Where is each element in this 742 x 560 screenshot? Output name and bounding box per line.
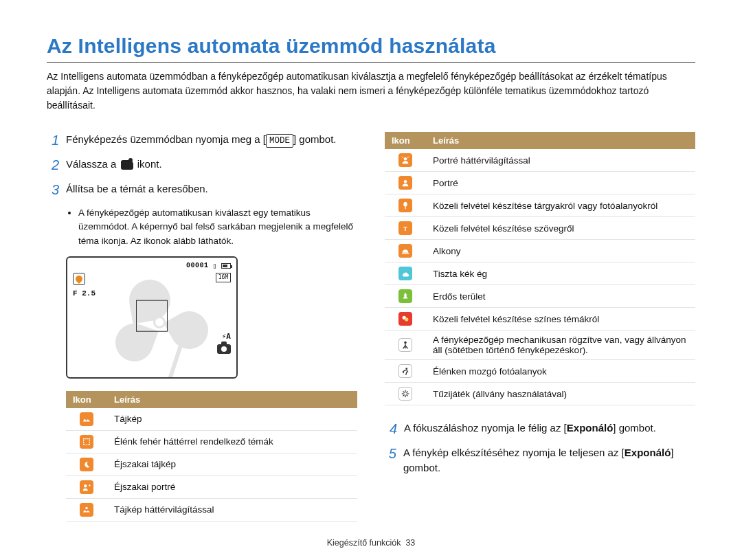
viewfinder-preview: 00001 ▯ F 2.5 16M ⚡A xyxy=(66,256,238,379)
image-size: 16M xyxy=(216,273,231,282)
th-leiras: Leírás xyxy=(426,132,695,149)
table-row: Alkony xyxy=(385,240,695,262)
step-3-text: Állítsa be a témát a keresőben. xyxy=(66,181,208,198)
preview-scene-icon xyxy=(73,273,85,285)
scene-icon-sunset xyxy=(385,240,426,262)
table-row: Erdős terület xyxy=(385,285,695,308)
scene-icon-firework xyxy=(385,383,426,405)
svg-point-2 xyxy=(85,506,88,509)
flash-auto-label: ⚡A xyxy=(222,332,231,341)
scene-icon-land-back xyxy=(66,498,107,521)
step-5-text: A fénykép elkészítéséhez nyomja le telje… xyxy=(403,445,695,475)
step-number-2: 2 xyxy=(47,157,59,173)
table-row: Tiszta kék ég xyxy=(385,262,695,285)
scene-desc: Élénk fehér háttérrel rendelkező témák xyxy=(107,430,357,453)
scene-icon-port-back xyxy=(385,149,426,172)
svg-point-7 xyxy=(403,202,407,207)
icon-table-left: Ikon Leírás TájképÉlénk fehér háttérrel … xyxy=(66,391,357,522)
camera-icon xyxy=(217,344,231,354)
scene-icon-color-macro xyxy=(385,308,426,331)
step-4-text: A fókuszáláshoz nyomja le félig az [Expo… xyxy=(404,421,656,437)
table-row: Portré xyxy=(385,172,695,194)
scene-desc: Élénken mozgó fotóalanyok xyxy=(426,360,695,383)
scene-desc: Tiszta kék ég xyxy=(426,262,695,285)
table-row: Éjszakai portré xyxy=(66,475,357,498)
table-row: Portré háttérvilágítással xyxy=(385,149,695,172)
svg-point-3 xyxy=(404,157,407,160)
step-number-4: 4 xyxy=(385,421,397,437)
scene-desc: Közeli felvétel készítése tárgyakról vag… xyxy=(426,194,695,217)
icon-table-right: Ikon Leírás Portré háttérvilágítássalPor… xyxy=(385,132,695,405)
scene-icon-white-bg xyxy=(66,430,107,453)
scene-desc: Éjszakai tájkép xyxy=(107,453,357,475)
table-row: Tájkép xyxy=(66,408,357,431)
scene-icon-action xyxy=(385,360,426,383)
scene-icon-portrait xyxy=(385,172,426,194)
svg-point-6 xyxy=(404,180,407,183)
svg-line-5 xyxy=(407,157,409,159)
scene-desc: Tájkép xyxy=(107,408,357,431)
step-number-5: 5 xyxy=(385,445,396,475)
table-row: Közeli felvétel készítése tárgyakról vag… xyxy=(385,194,695,217)
page-footer: Kiegészítő funkciók 33 xyxy=(47,538,695,548)
scene-desc: A fényképezőgép mechanikusan rögzítve va… xyxy=(426,331,695,360)
svg-point-12 xyxy=(405,317,408,321)
svg-text:T: T xyxy=(403,225,407,232)
th-ikon: Ikon xyxy=(66,391,107,408)
aperture-value: F 2.5 xyxy=(73,289,95,298)
table-row: Közeli felvétel készítése színes témákró… xyxy=(385,308,695,331)
scene-icon-night-port xyxy=(66,475,107,498)
scene-desc: Tájkép háttérvilágítással xyxy=(107,498,357,521)
table-row: A fényképezőgép mechanikusan rögzítve va… xyxy=(385,331,695,360)
step-number-3: 3 xyxy=(47,181,59,198)
scene-desc: Erdős terület xyxy=(426,285,695,308)
table-row: Tájkép háttérvilágítással xyxy=(66,498,357,521)
scene-desc: Alkony xyxy=(426,240,695,262)
preview-counter: 00001 xyxy=(186,262,209,269)
step-number-1: 1 xyxy=(47,132,59,148)
scene-icon-landscape xyxy=(66,408,107,431)
mode-button-label: MODE xyxy=(266,134,293,148)
scene-icon-night-land xyxy=(66,453,107,475)
smart-mode-icon xyxy=(121,160,133,170)
svg-point-13 xyxy=(404,341,407,344)
scene-desc: Portré háttérvilágítással xyxy=(426,149,695,172)
svg-line-26 xyxy=(403,394,405,396)
svg-line-24 xyxy=(406,394,407,396)
scene-icon-sky xyxy=(385,262,426,285)
table-row: TKözeli felvétel készítése szövegről xyxy=(385,217,695,240)
scene-desc: Közeli felvétel készítése színes témákró… xyxy=(426,308,695,331)
th-ikon: Ikon xyxy=(385,132,426,149)
scene-icon-macro xyxy=(385,194,426,217)
page-title: Az Intelligens automata üzemmód használa… xyxy=(47,34,695,58)
scene-desc: Portré xyxy=(426,172,695,194)
svg-point-18 xyxy=(405,368,407,370)
svg-point-1 xyxy=(84,484,87,487)
step-3-sub: A fényképezőgép automatikusan kiválaszt … xyxy=(78,206,357,248)
step-1-text: Fényképezés üzemmódban nyomja meg a [MOD… xyxy=(66,132,337,148)
table-row: Éjszakai tájkép xyxy=(66,453,357,475)
scene-icon-forest xyxy=(385,285,426,308)
scene-desc: Közeli felvétel készítése szövegről xyxy=(426,217,695,240)
intro-text: Az Intelligens automata üzemmódban a fén… xyxy=(47,69,695,113)
scene-desc: Tűzijáték (állvány használatával) xyxy=(426,383,695,405)
svg-line-4 xyxy=(402,157,404,159)
scene-desc: Éjszakai portré xyxy=(107,475,357,498)
table-row: Tűzijáték (állvány használatával) xyxy=(385,383,695,405)
scene-icon-tripod xyxy=(385,331,426,360)
title-rule xyxy=(47,62,695,63)
step-2-text: Válassza a ikont. xyxy=(66,157,162,173)
svg-line-25 xyxy=(406,392,407,393)
scene-icon-text: T xyxy=(385,217,426,240)
table-row: Élénk fehér háttérrel rendelkező témák xyxy=(66,430,357,453)
svg-rect-0 xyxy=(84,438,90,445)
focus-frame xyxy=(136,300,168,331)
table-row: Élénken mozgó fotóalanyok xyxy=(385,360,695,383)
svg-line-23 xyxy=(403,392,405,393)
th-leiras: Leírás xyxy=(107,391,357,408)
